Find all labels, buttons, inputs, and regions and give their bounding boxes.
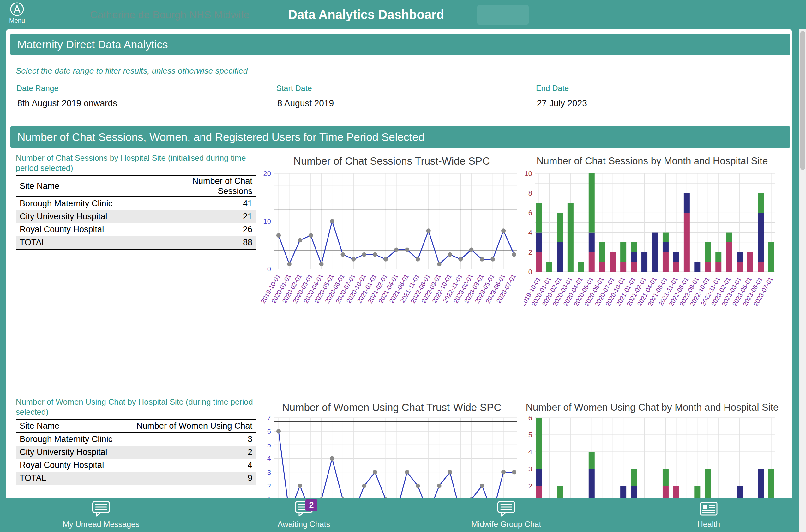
date-range-value[interactable]: 8th August 2019 onwards [16,98,257,108]
chat-bubble-icon [497,500,516,518]
svg-text:0: 0 [529,268,532,276]
spc-sessions-plot: 010202019-10-012020-01-012020-02-012020-… [259,169,524,327]
end-date-field: End Date 27 July 2023 [535,84,776,118]
table-row: Borough Maternity Clinic3 [16,433,255,446]
date-range-label: Date Range [16,84,257,93]
table-row: City University Hospital21 [16,210,255,223]
menu-label: Menu [5,17,29,24]
women-table-heading: Number of Women Using Chat by Hospital S… [16,397,258,417]
end-date-value[interactable]: 27 July 2023 [535,98,776,108]
svg-text:6: 6 [529,209,532,217]
svg-text:4: 4 [529,229,532,236]
women-table: Site NameNumber of Women Using ChatBorou… [16,419,256,485]
chat-sessions-table: Site NameNumber of Chat SessionsBorough … [16,175,256,250]
chart-title: Number of Women Using Chat Trust-Wide SP… [259,401,524,415]
svg-text:4: 4 [529,448,532,456]
svg-text:3: 3 [529,465,532,473]
content-panel: Maternity Direct Data Analytics Select t… [6,30,792,532]
table-row: TOTAL9 [16,472,255,484]
svg-text:20: 20 [263,170,271,177]
app-header: Menu Catherine de Bourgh NHS Midwife Dat… [0,0,806,30]
svg-text:6: 6 [267,428,271,435]
sessions-by-site-plot: 02468102019-10-012020-01-012020-02-01202… [524,169,780,327]
nav-label: Midwife Group Chat [440,520,573,529]
chat-bubble-icon: 2 [294,500,314,518]
scrollbar-thumb[interactable] [800,31,805,170]
svg-text:2: 2 [529,482,532,490]
table-row: Borough Maternity Clinic41 [16,197,255,210]
filter-note: Select the date range to filter results,… [16,66,248,76]
svg-text:2: 2 [529,248,532,256]
table-header-row: Site NameNumber of Women Using Chat [16,420,255,433]
newspaper-icon [699,500,718,518]
app: Menu Catherine de Bourgh NHS Midwife Dat… [0,0,806,532]
chart-title: Number of Chat Sessions by Month and Hos… [524,154,780,168]
svg-text:10: 10 [524,170,532,177]
svg-text:2: 2 [267,482,271,490]
nav-health[interactable]: Health [642,500,775,529]
start-date-field: Start Date 8 August 2019 [276,84,517,118]
svg-text:7: 7 [267,416,271,422]
table-header-row: Site NameNumber of Chat Sessions [16,176,255,197]
chat-bubble-icon [91,500,111,518]
nav-awaiting-chats[interactable]: 2 Awaiting Chats [237,500,370,529]
svg-text:4: 4 [267,455,271,462]
date-range-field: Date Range 8th August 2019 onwards [16,84,257,118]
end-date-label: End Date [535,84,776,93]
chart-title: Number of Women Using Chat by Month and … [524,401,780,415]
nav-label: My Unread Messages [35,520,167,529]
svg-text:3: 3 [267,469,271,476]
start-date-label: Start Date [276,84,517,93]
start-date-value[interactable]: 8 August 2019 [276,98,517,108]
svg-text:10: 10 [263,217,271,225]
menu-button[interactable]: Menu [5,2,29,24]
sessions-by-site-chart: Number of Chat Sessions by Month and Hos… [524,154,780,327]
scrollbar-track[interactable] [799,30,806,532]
spc-sessions-chart: Number of Chat Sessions Trust-Wide SPC 0… [259,154,524,327]
page-title: Data Analytics Dashboard [288,0,444,30]
table-row: City University Hospital2 [16,446,255,459]
chat-sessions-table-heading: Number of Chat Sessions by Hospital Site… [16,153,258,173]
section-header-sessions: Number of Chat Sessions, Women, and Regi… [11,126,790,148]
svg-text:8: 8 [529,189,532,197]
nav-label: Awaiting Chats [237,520,370,529]
app-name: Catherine de Bourgh NHS Midwife [90,0,249,30]
table-row: Royal County Hospital26 [16,223,255,236]
svg-text:5: 5 [267,441,271,449]
chart-title: Number of Chat Sessions Trust-Wide SPC [259,154,524,168]
awaiting-chats-badge: 2 [305,499,318,511]
nav-label: Health [642,520,775,529]
svg-text:0: 0 [267,265,271,273]
table-row: TOTAL88 [16,236,255,249]
header-button[interactable] [477,5,529,25]
section-header-filters: Maternity Direct Data Analytics [11,34,790,55]
svg-text:6: 6 [529,416,532,422]
bottom-nav: My Unread Messages 2 Awaiting Chats [0,498,806,532]
svg-text:5: 5 [529,431,532,439]
app-logo-icon [9,2,25,17]
nav-midwife-group-chat[interactable]: Midwife Group Chat [440,500,573,529]
table-row: Royal County Hospital4 [16,459,255,472]
nav-unread-messages[interactable]: My Unread Messages [35,500,167,529]
